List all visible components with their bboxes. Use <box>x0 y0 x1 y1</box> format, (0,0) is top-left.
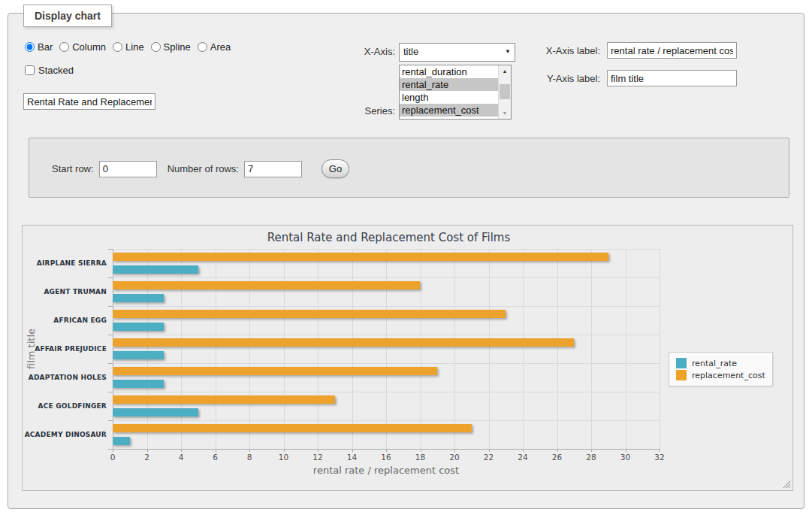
x-tick-label-32: 32 <box>654 453 664 462</box>
x-tick-label-2: 2 <box>144 453 149 462</box>
x-tick-label-8: 8 <box>247 453 252 462</box>
x-tick-label-18: 18 <box>415 453 425 462</box>
gridline-x-26 <box>557 249 558 449</box>
stacked-option[interactable]: Stacked <box>25 65 74 76</box>
bar-replacement_cost-3[interactable] <box>113 338 574 347</box>
series-option-rental_duration[interactable]: rental_duration <box>400 65 499 78</box>
x-tick-label-22: 22 <box>484 453 494 462</box>
x-axis-select-label: X-Axis: <box>343 46 395 57</box>
chart-title: Rental Rate and Replacement Cost of Film… <box>23 231 792 244</box>
go-button[interactable]: Go <box>321 159 349 178</box>
gridline-x-24 <box>523 249 524 449</box>
chart-type-option-line[interactable]: Line <box>113 41 144 53</box>
x-axis-select-value: title <box>403 44 418 59</box>
chart-type-option-column[interactable]: Column <box>59 41 106 53</box>
page: Display chart BarColumnLineSplineArea St… <box>0 0 812 512</box>
num-rows-input[interactable] <box>244 161 302 177</box>
gridline-y-1 <box>113 277 660 278</box>
x-tick-label-0: 0 <box>110 453 116 462</box>
scrollbar-thumb[interactable] <box>500 84 510 99</box>
x-tick-mark-32 <box>660 449 660 452</box>
category-label-3: AFFAIR PREJUDICE <box>23 335 107 363</box>
bar-rental_rate-0[interactable] <box>113 265 198 274</box>
gridline-y-7 <box>113 449 660 450</box>
chart-type-option-spline[interactable]: Spline <box>151 41 191 53</box>
legend-item-replacement_cost[interactable]: replacement_cost <box>676 370 765 380</box>
series-option-replacement_cost[interactable]: replacement_cost <box>400 104 499 117</box>
series-listbox[interactable]: rental_durationrental_ratelengthreplacem… <box>399 65 512 120</box>
gridline-y-4 <box>113 363 660 364</box>
series-option-rental_rate[interactable]: rental_rate <box>400 78 499 91</box>
bar-rental_rate-3[interactable] <box>113 351 164 359</box>
chart-type-option-area[interactable]: Area <box>198 41 231 53</box>
y-tick-mark-6 <box>108 420 113 421</box>
gridline-y-5 <box>113 392 660 392</box>
chart-type-radio-area[interactable] <box>198 42 207 52</box>
stacked-checkbox[interactable] <box>25 65 35 75</box>
bar-rental_rate-5[interactable] <box>113 408 198 417</box>
y-tick-mark-5 <box>108 392 113 392</box>
chart-type-label-line: Line <box>125 41 144 53</box>
bar-replacement_cost-4[interactable] <box>113 367 437 375</box>
listbox-scrollbar[interactable]: ▲ ▼ <box>498 65 511 119</box>
gridline-x-32 <box>660 249 660 449</box>
x-tick-label-30: 30 <box>620 453 630 462</box>
bar-replacement_cost-6[interactable] <box>113 424 472 432</box>
y-tick-mark-0 <box>108 249 113 250</box>
display-chart-panel: Display chart BarColumnLineSplineArea St… <box>8 13 804 509</box>
chart-type-radio-spline[interactable] <box>151 42 161 52</box>
x-axis-label-input[interactable] <box>607 42 737 59</box>
gridline-x-10 <box>284 249 285 449</box>
rows-panel: Start row: Number of rows: Go <box>29 138 789 198</box>
category-label-6: ACADEMY DINOSAUR <box>23 420 107 449</box>
chart-type-option-bar[interactable]: Bar <box>25 41 53 53</box>
chart-type-label-column: Column <box>72 41 106 53</box>
series-listbox-options: rental_durationrental_ratelengthreplacem… <box>400 65 499 119</box>
legend-label-rental_rate: rental_rate <box>692 359 737 368</box>
x-tick-label-10: 10 <box>279 453 288 462</box>
gridline-x-0 <box>113 249 113 449</box>
bar-rental_rate-4[interactable] <box>113 380 164 388</box>
x-axis-select[interactable]: title ▼ <box>399 43 515 62</box>
start-row-input[interactable] <box>99 161 157 177</box>
chart-type-radio-bar[interactable] <box>25 42 35 52</box>
legend-item-rental_rate[interactable]: rental_rate <box>676 358 765 368</box>
panel-title: Display chart <box>23 5 112 27</box>
scroll-down-icon[interactable]: ▼ <box>499 108 511 119</box>
bar-rental_rate-2[interactable] <box>113 323 164 331</box>
bar-rental_rate-6[interactable] <box>113 437 130 445</box>
legend-label-replacement_cost: replacement_cost <box>692 371 765 380</box>
bar-replacement_cost-5[interactable] <box>113 395 335 404</box>
category-label-0: AIRPLANE SIERRA <box>23 249 107 277</box>
x-tick-label-16: 16 <box>381 453 391 462</box>
chart-type-radio-line[interactable] <box>113 42 122 52</box>
gridline-x-30 <box>626 249 626 449</box>
plot-area <box>113 249 660 449</box>
bar-replacement_cost-0[interactable] <box>113 253 608 261</box>
gridline-x-14 <box>352 249 353 449</box>
y-tick-mark-2 <box>108 306 113 307</box>
series-label: Series: <box>343 105 395 117</box>
y-axis-label-input[interactable] <box>607 70 737 86</box>
x-tick-label-26: 26 <box>552 453 562 462</box>
gridline-x-2 <box>147 249 148 449</box>
stacked-label: Stacked <box>38 65 74 76</box>
chart-type-radio-column[interactable] <box>59 42 69 52</box>
legend-swatch-replacement_cost <box>676 370 687 380</box>
series-option-length[interactable]: length <box>400 91 499 104</box>
x-tick-label-12: 12 <box>312 453 322 462</box>
scroll-up-icon[interactable]: ▲ <box>499 65 511 77</box>
gridline-y-0 <box>113 249 660 250</box>
chart-title-input[interactable] <box>23 93 155 110</box>
chart-legend: rental_ratereplacement_cost <box>669 352 773 386</box>
bar-replacement_cost-2[interactable] <box>113 310 506 318</box>
chart-container: Rental Rate and Replacement Cost of Film… <box>22 225 793 491</box>
bar-rental_rate-1[interactable] <box>113 294 164 302</box>
resize-handle-icon[interactable] <box>782 480 790 488</box>
gridline-x-22 <box>489 249 490 449</box>
x-tick-label-20: 20 <box>449 453 459 462</box>
x-tick-labels: 02468101214161820222426283032 <box>113 453 660 462</box>
bar-replacement_cost-1[interactable] <box>113 281 420 289</box>
scrollbar-track[interactable] <box>499 77 511 108</box>
gridline-x-4 <box>181 249 182 449</box>
